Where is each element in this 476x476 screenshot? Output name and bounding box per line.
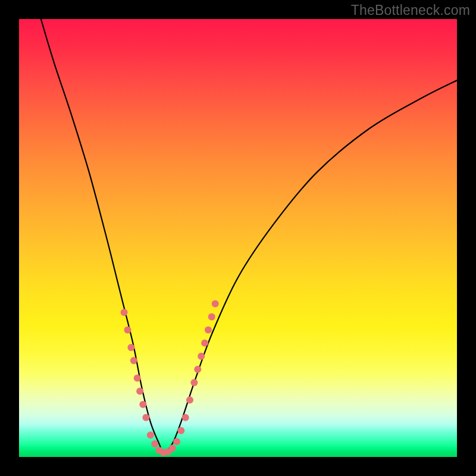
data-point [142, 414, 149, 421]
data-point [134, 375, 141, 382]
chart-svg [19, 19, 457, 457]
data-point [147, 431, 154, 439]
data-point [177, 427, 184, 434]
data-point [169, 444, 176, 452]
data-point [136, 388, 143, 395]
data-points-group [121, 300, 219, 456]
data-point [173, 438, 180, 445]
data-point [201, 340, 208, 347]
data-point [130, 357, 137, 364]
data-point [139, 401, 146, 408]
watermark-text: TheBottleneck.com [351, 2, 470, 18]
data-point [151, 440, 158, 447]
data-point [186, 396, 193, 403]
data-point [127, 344, 134, 351]
data-point [182, 414, 189, 421]
data-point [194, 366, 201, 373]
data-point [212, 300, 219, 307]
data-point [205, 327, 212, 334]
data-point [124, 327, 131, 334]
chart-frame: TheBottleneck.com [0, 0, 476, 476]
data-point [198, 353, 205, 360]
data-point [190, 379, 198, 386]
plot-area [19, 19, 457, 457]
bottleneck-curve [41, 19, 457, 453]
data-point [121, 309, 128, 316]
data-point [208, 314, 215, 321]
